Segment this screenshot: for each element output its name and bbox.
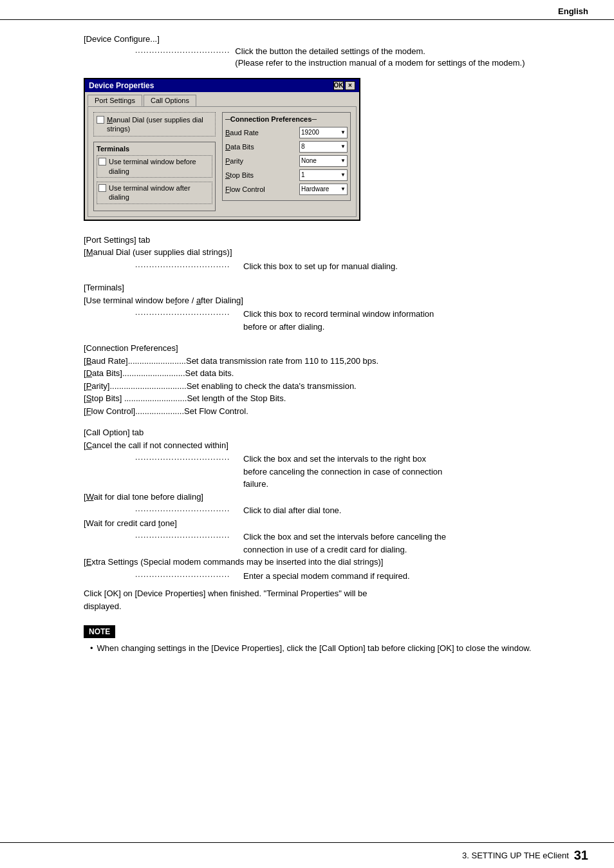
- dialog-titlebar: Device Properties OK ×: [85, 79, 359, 92]
- extra-dots: ..................................: [135, 570, 238, 583]
- language-label: English: [558, 6, 588, 16]
- terminals-dots: ..................................: [135, 308, 238, 333]
- flow-control-row: Flow Control Hardware ▼: [225, 184, 348, 195]
- dialog-tabs: Port Settings Call Options: [85, 92, 359, 106]
- flow-control-select[interactable]: Hardware ▼: [299, 184, 348, 195]
- conn-prefs-doc-section: [Connection Preferences] [Baud Rate]....…: [84, 342, 575, 417]
- stop-bits-arrow: ▼: [340, 172, 346, 178]
- tab-port-settings-label: Port Settings: [95, 97, 135, 104]
- stop-bits-row: Stop Bits 1 ▼: [225, 169, 348, 181]
- terminals-group-label: Terminals: [97, 145, 212, 153]
- extra-desc: Enter a special modem command if require…: [243, 570, 410, 583]
- call-option-section: [Call Option] tab [Cancel the call if no…: [84, 426, 575, 612]
- footer-text: 3. SETTING UP THE eClient: [462, 851, 569, 860]
- terminals-dotted: .................................. Click…: [135, 308, 575, 333]
- terminal-before-row: Use terminal window beforedialing: [97, 155, 212, 178]
- data-bits-doc: [Data Bits]...........................Se…: [84, 367, 575, 380]
- flow-control-arrow: ▼: [340, 186, 346, 192]
- cancel-desc: Click the box and set the intervals to t…: [243, 453, 442, 491]
- cancel-call-dotted: .................................. Click…: [135, 453, 575, 491]
- dialog-content: Manual Dial (user supplies dial strings)…: [88, 106, 357, 217]
- parity-arrow: ▼: [340, 158, 346, 164]
- top-header: English: [0, 0, 614, 20]
- note-label: NOTE: [84, 625, 115, 638]
- data-bits-select[interactable]: 8 ▼: [299, 141, 348, 153]
- wait-dial-dotted: .................................. Click…: [135, 504, 575, 517]
- terminals-group: Terminals Use terminal window beforedial…: [93, 142, 216, 211]
- data-bits-row: Data Bits 8 ▼: [225, 141, 348, 153]
- data-bits-label: Data Bits: [225, 143, 274, 151]
- close-title-button[interactable]: ×: [345, 81, 355, 90]
- conn-prefs-heading: [Connection Preferences]: [84, 342, 575, 355]
- baud-rate-select[interactable]: 19200 ▼: [299, 127, 348, 138]
- call-option-heading: [Call Option] tab: [84, 426, 575, 439]
- device-configure-dotted: .................................. Click…: [135, 46, 575, 69]
- baud-rate-doc: [Baud Rate].........................Set …: [84, 355, 575, 368]
- parity-doc: [Parity]................................…: [84, 380, 575, 393]
- conn-prefs-title: ─Connection Preferences─: [225, 115, 348, 123]
- credit-dotted: .................................. Click…: [135, 531, 575, 556]
- credit-dots: ..................................: [135, 531, 238, 556]
- cancel-call-label: [Cancel the call if not connected within…: [84, 439, 575, 452]
- port-settings-tab-label: [Port Settings] tab: [84, 234, 575, 247]
- baud-rate-row: Baud Rate 19200 ▼: [225, 127, 348, 138]
- main-content: [Device Configure...] ..................…: [0, 20, 614, 681]
- tab-call-options-label: Call Options: [151, 97, 189, 104]
- note-text: • When changing settings in the [Device …: [90, 642, 575, 655]
- parity-label: Parity: [225, 157, 274, 165]
- manual-dial-label: Manual Dial (user supplies dial strings): [107, 115, 212, 134]
- data-bits-arrow: ▼: [340, 144, 346, 149]
- baud-rate-label: Baud Rate: [225, 129, 274, 137]
- extra-dotted: .................................. Enter…: [135, 570, 575, 583]
- dialog-right: ─Connection Preferences─ Baud Rate 19200…: [222, 112, 351, 211]
- terminal-after-checkbox[interactable]: [98, 184, 106, 192]
- port-settings-desc: Click this box to set up for manual dial…: [243, 260, 398, 273]
- device-properties-dialog: Device Properties OK × Port Settings Cal…: [84, 78, 360, 221]
- port-settings-section: [Port Settings] tab [Manual Dial (user s…: [84, 234, 575, 273]
- dialog-title: Device Properties: [89, 81, 154, 90]
- stop-bits-doc: [Stop Bits] ...........................S…: [84, 392, 575, 405]
- terminals-sub: [Use terminal window before / after Dial…: [84, 294, 575, 307]
- bottom-footer: 3. SETTING UP THE eClient 31: [0, 842, 614, 868]
- device-configure-line: [Device Configure...]: [84, 33, 575, 46]
- wait-dial-label: [Wait for dial tone before dialing]: [84, 491, 575, 504]
- terminal-after-row: Use terminal window afterdialing: [97, 182, 212, 204]
- conn-prefs-group: ─Connection Preferences─ Baud Rate 19200…: [222, 112, 351, 201]
- note-box: NOTE • When changing settings in the [De…: [84, 625, 575, 655]
- manual-dial-row: Manual Dial (user supplies dial strings): [93, 112, 216, 137]
- ok-title-button[interactable]: OK: [333, 81, 344, 90]
- terminal-before-label: Use terminal window beforedialing: [109, 157, 196, 176]
- credit-label: [Wait for credit card tone]: [84, 517, 575, 530]
- parity-row: Parity None ▼: [225, 155, 348, 167]
- terminals-desc: Click this box to record terminal window…: [243, 308, 434, 333]
- credit-desc: Click the box and set the intervals befo…: [243, 531, 446, 556]
- device-configure-section: [Device Configure...] ..................…: [84, 33, 575, 69]
- flow-control-doc: [Flow Control].....................Set F…: [84, 405, 575, 418]
- device-configure-desc: Click the button the detailed settings o…: [235, 46, 525, 69]
- terminals-doc-section: [Terminals] [Use terminal window before …: [84, 281, 575, 333]
- dialog-buttons: OK ×: [333, 81, 355, 90]
- manual-dial-doc-label: [Manual Dial (user supplies dial strings…: [84, 246, 575, 259]
- tab-call-options[interactable]: Call Options: [144, 95, 196, 106]
- stop-bits-select[interactable]: 1 ▼: [299, 169, 348, 181]
- dialog-left: Manual Dial (user supplies dial strings)…: [93, 112, 216, 211]
- tab-port-settings[interactable]: Port Settings: [88, 95, 142, 106]
- port-settings-dotted: .................................. Click…: [135, 260, 575, 273]
- flow-control-label: Flow Control: [225, 185, 274, 193]
- terminal-before-checkbox[interactable]: [98, 158, 106, 165]
- stop-bits-label: Stop Bits: [225, 171, 274, 179]
- manual-dial-checkbox[interactable]: [97, 116, 104, 124]
- terminal-after-label: Use terminal window afterdialing: [109, 184, 191, 202]
- extra-settings-label: [Extra Settings (Special modem commands …: [84, 556, 575, 569]
- terminals-heading: [Terminals]: [84, 281, 575, 294]
- device-configure-dots: ..................................: [135, 46, 230, 69]
- page-container: English [Device Configure...] ..........…: [0, 0, 614, 868]
- parity-select[interactable]: None ▼: [299, 155, 348, 167]
- port-settings-dots: ..................................: [135, 260, 238, 273]
- wait-dial-dots: ..................................: [135, 504, 238, 517]
- cancel-dots: ..................................: [135, 453, 238, 491]
- wait-dial-desc: Click to dial after dial tone.: [243, 504, 341, 517]
- baud-rate-arrow: ▼: [340, 129, 346, 135]
- footer-page: 31: [574, 848, 588, 863]
- bullet-icon: •: [90, 642, 93, 655]
